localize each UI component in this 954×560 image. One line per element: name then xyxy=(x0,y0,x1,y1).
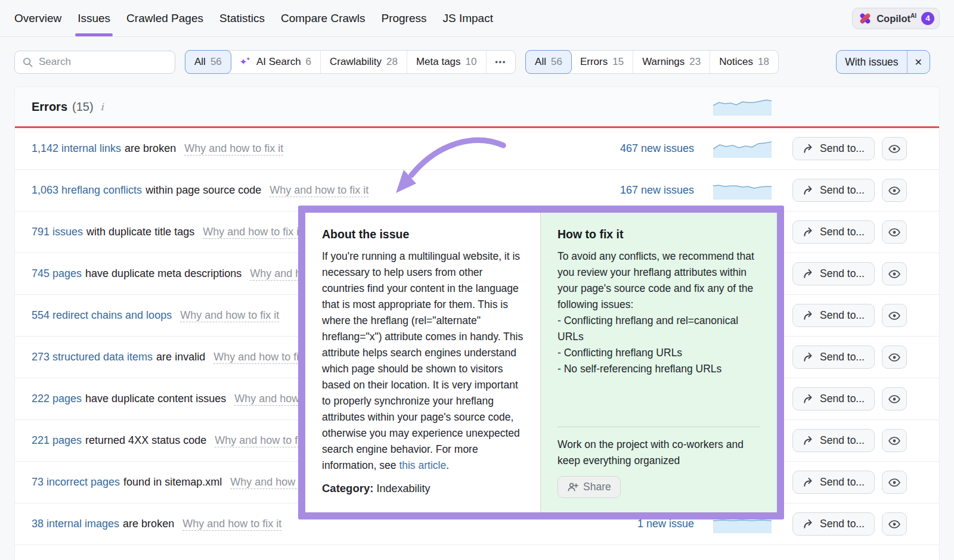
filter-tab-ai-search[interactable]: ✦✦ AI Search 6 xyxy=(231,51,321,73)
info-icon[interactable]: i xyxy=(101,101,104,113)
this-article-link[interactable]: this article xyxy=(399,459,446,471)
eye-icon xyxy=(888,226,901,239)
issue-description: are invalid xyxy=(156,351,205,363)
filter-tab-warnings[interactable]: Warnings 23 xyxy=(633,51,710,73)
send-to-label: Send to... xyxy=(820,393,865,405)
filter-tab-count: 23 xyxy=(689,56,701,68)
search-box[interactable] xyxy=(14,51,175,74)
filter-tab-label: Notices xyxy=(719,56,753,68)
category-line: Category: Indexability xyxy=(322,482,524,495)
nav-tab-label: Crawled Pages xyxy=(126,12,203,25)
why-how-to-fix-link[interactable]: Why and how to fix it xyxy=(184,142,283,155)
new-issues-link[interactable]: 467 new issues xyxy=(620,142,694,155)
eye-icon xyxy=(888,393,901,406)
why-how-to-fix-link[interactable]: Why and how to fix it xyxy=(203,226,302,239)
issue-count-link[interactable]: 745 pages xyxy=(32,267,82,279)
hide-issue-button[interactable] xyxy=(882,346,907,369)
filter-tab-label: Warnings xyxy=(642,56,684,68)
filter-tab-notices[interactable]: Notices 18 xyxy=(710,51,778,73)
send-to-button[interactable]: Send to... xyxy=(792,429,875,452)
about-the-issue-panel: About the issue If you're running a mult… xyxy=(305,213,540,512)
send-to-button[interactable]: Send to... xyxy=(792,137,875,160)
eye-icon xyxy=(888,267,901,281)
issue-count-link[interactable]: 554 redirect chains and loops xyxy=(32,309,172,321)
send-to-button[interactable]: Send to... xyxy=(792,304,875,327)
hide-issue-button[interactable] xyxy=(882,220,907,244)
hide-issue-button[interactable] xyxy=(882,137,907,160)
issue-count-link[interactable]: 1,142 internal links xyxy=(32,142,121,154)
site-audit-issues-page: Overview Issues Crawled Pages Statistics… xyxy=(0,0,954,560)
send-to-button[interactable]: Send to... xyxy=(792,512,875,536)
about-body-period: . xyxy=(446,459,449,471)
issue-row: 1,142 internal linksare brokenWhy and ho… xyxy=(15,128,939,170)
send-to-button[interactable]: Send to... xyxy=(792,471,875,494)
share-button[interactable]: Share xyxy=(557,476,621,498)
nav-tab-statistics[interactable]: Statistics xyxy=(219,0,265,36)
nav-tab-js-impact[interactable]: JS Impact xyxy=(443,0,493,36)
copilot-button[interactable]: CopilotAI 4 xyxy=(852,8,940,29)
hide-issue-button[interactable] xyxy=(882,262,907,285)
about-body: If you're running a multilingual website… xyxy=(322,248,524,474)
send-to-button[interactable]: Send to... xyxy=(792,387,875,410)
hide-issue-button[interactable] xyxy=(882,304,907,327)
new-issues-link[interactable]: 1 new issue xyxy=(637,518,694,530)
close-icon[interactable]: ✕ xyxy=(907,51,930,73)
issue-row-text: 222 pageshave duplicate content issuesWh… xyxy=(32,393,333,405)
nav-tab-progress[interactable]: Progress xyxy=(381,0,426,36)
fix-body: To avoid any conflicts, we recommend tha… xyxy=(557,248,760,313)
issue-count-link[interactable]: 222 pages xyxy=(32,393,82,405)
errors-trend-sparkline xyxy=(713,98,772,116)
filter-tab-count: 56 xyxy=(210,56,222,68)
send-to-button[interactable]: Send to... xyxy=(792,179,875,202)
send-to-label: Send to... xyxy=(820,518,865,530)
issue-description: found in sitemap.xml xyxy=(123,476,222,488)
issue-count-link[interactable]: 1,063 hreflang conflicts xyxy=(32,184,142,196)
filter-tab-errors[interactable]: Errors 15 xyxy=(571,51,633,73)
nav-tab-crawled-pages[interactable]: Crawled Pages xyxy=(126,0,203,36)
about-body-text: If you're running a multilingual website… xyxy=(322,250,523,471)
filter-tab-all[interactable]: All 56 xyxy=(185,50,231,74)
nav-tab-compare-crawls[interactable]: Compare Crawls xyxy=(281,0,365,36)
nav-tabs: Overview Issues Crawled Pages Statistics… xyxy=(14,0,493,36)
issue-count-link[interactable]: 221 pages xyxy=(32,434,82,446)
issue-count-link[interactable]: 73 incorrect pages xyxy=(32,476,120,488)
send-to-button[interactable]: Send to... xyxy=(792,220,875,244)
filter-tab-crawlability[interactable]: Crawlability 28 xyxy=(321,51,407,73)
issue-row-text: 73 incorrect pagesfound in sitemap.xmlWh… xyxy=(32,476,329,489)
filter-tab-label: Meta tags xyxy=(416,56,461,68)
why-how-to-fix-link[interactable]: Why and how to fix it xyxy=(270,184,368,197)
hide-issue-button[interactable] xyxy=(882,471,907,494)
why-how-to-fix-link[interactable]: Why and how to fix it xyxy=(182,518,281,531)
issue-row-text: 554 redirect chains and loopsWhy and how… xyxy=(32,309,279,322)
filter-tab-meta-tags[interactable]: Meta tags 10 xyxy=(407,51,487,73)
eye-icon xyxy=(888,351,901,364)
eye-icon xyxy=(888,476,901,489)
issue-description: have duplicate meta descriptions xyxy=(85,267,241,279)
filter-tab-all[interactable]: All 56 xyxy=(525,50,572,74)
send-to-button[interactable]: Send to... xyxy=(792,262,875,285)
new-issues-link[interactable]: 167 new issues xyxy=(620,184,694,197)
search-input[interactable] xyxy=(39,56,168,68)
category-value: Indexability xyxy=(376,483,430,494)
issue-description: are broken xyxy=(125,142,176,154)
hide-issue-button[interactable] xyxy=(882,512,907,536)
nav-tab-issues[interactable]: Issues xyxy=(78,0,110,36)
issue-count-link[interactable]: 791 issues xyxy=(32,226,83,238)
with-issues-filter-chip[interactable]: With issues ✕ xyxy=(836,50,930,74)
issue-count-link[interactable]: 273 structured data items xyxy=(32,351,153,363)
send-to-button[interactable]: Send to... xyxy=(792,346,875,369)
hide-issue-button[interactable] xyxy=(882,387,907,410)
issue-description: are broken xyxy=(123,518,174,530)
nav-tab-label: Issues xyxy=(78,12,110,25)
hide-issue-button[interactable] xyxy=(882,429,907,452)
how-to-fix-panel: How to fix it To avoid any conflicts, we… xyxy=(540,213,777,512)
why-how-to-fix-link[interactable]: Why and how to fix it xyxy=(180,309,279,322)
eye-icon xyxy=(888,309,901,322)
hide-issue-button[interactable] xyxy=(882,179,907,202)
issue-count-link[interactable]: 38 internal images xyxy=(32,518,119,530)
more-filters-button[interactable]: ••• xyxy=(487,51,516,73)
filter-tab-label: Crawlability xyxy=(330,56,382,68)
nav-tab-overview[interactable]: Overview xyxy=(14,0,61,36)
eye-icon xyxy=(888,184,901,197)
issue-row-text: 221 pagesreturned 4XX status codeWhy and… xyxy=(32,434,314,447)
